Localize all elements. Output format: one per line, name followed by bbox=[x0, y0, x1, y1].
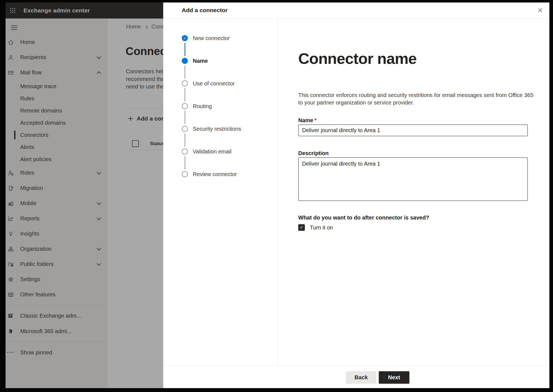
turn-it-on-checkbox-row[interactable]: ✓ Turn it on bbox=[298, 224, 549, 231]
wizard-step-routing[interactable]: Routing bbox=[163, 95, 277, 117]
description-field-label: Description bbox=[298, 150, 549, 157]
content-heading: Connector name bbox=[298, 49, 549, 68]
step-circle-icon bbox=[182, 171, 188, 177]
wizard-step-review-connector[interactable]: Review connector bbox=[163, 163, 277, 185]
app-window: Exchange admin center Home Recipients Ma… bbox=[6, 2, 549, 388]
step-completed-check-icon: ✓ bbox=[182, 35, 188, 41]
wizard-step-use-of-connector[interactable]: Use of connector bbox=[163, 72, 277, 95]
after-save-question: What do you want to do after connector i… bbox=[298, 214, 549, 221]
screen: Exchange admin center Home Recipients Ma… bbox=[0, 0, 553, 392]
wizard-content: Connector name This connector enforces r… bbox=[278, 19, 549, 365]
dialog-title: Add a connector bbox=[182, 7, 228, 14]
checkbox-checked-icon[interactable]: ✓ bbox=[298, 224, 305, 231]
wizard-steps-panel: ✓ New connector Name Use of connector Ro… bbox=[163, 19, 278, 365]
dialog-body: ✓ New connector Name Use of connector Ro… bbox=[163, 19, 549, 365]
wizard-step-name[interactable]: Name bbox=[163, 49, 277, 72]
step-current-dot-icon bbox=[182, 58, 188, 64]
back-button[interactable]: Back bbox=[346, 371, 377, 384]
step-circle-icon bbox=[182, 103, 188, 109]
close-icon bbox=[537, 7, 543, 13]
step-circle-icon bbox=[182, 148, 188, 155]
name-field-label: Name* bbox=[298, 117, 549, 124]
step-circle-icon bbox=[182, 80, 188, 87]
description-textarea[interactable]: Deliver journal directly to Area 1 bbox=[298, 157, 528, 201]
name-input[interactable] bbox=[298, 124, 528, 136]
wizard-step-security-restrictions[interactable]: Security restrictions bbox=[163, 117, 277, 140]
add-connector-dialog: Add a connector ✓ New connector Name bbox=[163, 2, 549, 388]
next-button[interactable]: Next bbox=[379, 371, 409, 384]
content-description: This connector enforces routing and secu… bbox=[298, 92, 539, 106]
required-asterisk: * bbox=[314, 117, 316, 123]
step-circle-icon bbox=[182, 126, 188, 132]
wizard-step-new-connector[interactable]: ✓ New connector bbox=[163, 27, 277, 49]
close-button[interactable] bbox=[535, 5, 545, 15]
dialog-header: Add a connector bbox=[163, 2, 549, 19]
dialog-footer: Back Next bbox=[163, 365, 549, 388]
wizard-step-validation-email[interactable]: Validation email bbox=[163, 140, 277, 163]
checkbox-label: Turn it on bbox=[310, 224, 333, 231]
